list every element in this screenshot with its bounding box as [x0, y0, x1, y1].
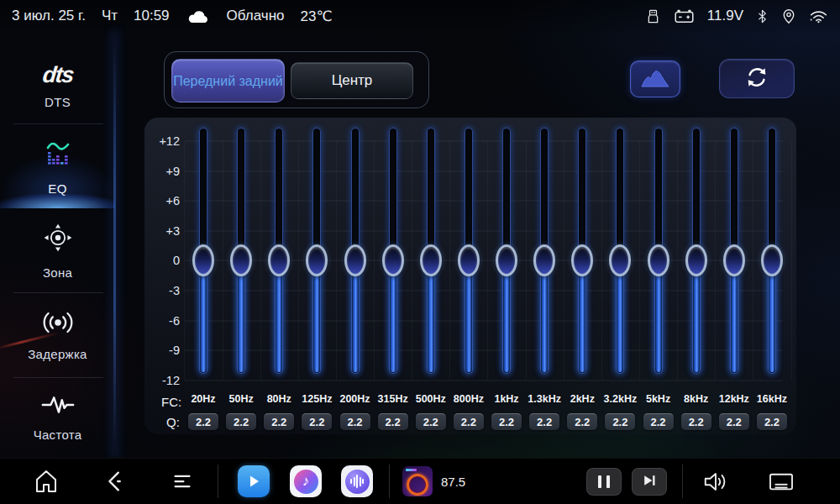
- eq-q-value[interactable]: 2.2: [188, 413, 218, 430]
- sidebar-item-zone[interactable]: Зона: [0, 208, 115, 292]
- eq-slider-thumb[interactable]: [420, 244, 442, 276]
- eq-slider-thumb[interactable]: [382, 244, 404, 276]
- back-button[interactable]: [102, 469, 128, 497]
- pause-button[interactable]: [586, 468, 622, 496]
- eq-slider-fill: [428, 260, 433, 372]
- eq-slider[interactable]: [229, 128, 253, 382]
- eq-slider-thumb[interactable]: [648, 244, 669, 276]
- tab-center[interactable]: Центр: [291, 62, 413, 99]
- display-button[interactable]: [768, 471, 795, 496]
- tab-label: Передний задний: [173, 73, 283, 89]
- eq-slider[interactable]: [381, 128, 405, 382]
- eq-slider-thumb[interactable]: [723, 244, 745, 276]
- eq-q-value[interactable]: 2.2: [605, 413, 635, 430]
- eq-q-value[interactable]: 2.2: [491, 413, 522, 430]
- eq-gridline-vertical: [601, 141, 602, 381]
- music-app-icon[interactable]: ♪: [290, 465, 322, 497]
- eq-slider[interactable]: [419, 128, 443, 382]
- eq-slider[interactable]: [570, 128, 594, 382]
- eq-slider-thumb[interactable]: [609, 244, 631, 276]
- bluetooth-icon: [756, 8, 769, 25]
- reset-icon: [744, 65, 769, 93]
- eq-q-value[interactable]: 2.2: [719, 413, 749, 430]
- eq-slider[interactable]: [344, 128, 367, 382]
- frequency-icon: [40, 393, 76, 420]
- eq-slider-fill: [617, 260, 622, 372]
- eq-slider-thumb[interactable]: [571, 244, 593, 276]
- eq-q-value[interactable]: 2.2: [529, 413, 559, 430]
- eq-slider-fill: [656, 260, 661, 372]
- eq-scale-label: -3: [144, 284, 180, 297]
- next-track-button[interactable]: [632, 468, 667, 496]
- eq-gridline-vertical: [753, 141, 753, 381]
- eq-q-value[interactable]: 2.2: [757, 413, 787, 430]
- sidebar-item-label: Частота: [34, 428, 82, 442]
- voice-waveform-icon: [345, 470, 370, 494]
- eq-slider-fill: [239, 260, 244, 372]
- eq-slider[interactable]: [457, 128, 480, 382]
- car-stereo-eq-screen: 3 июл. 25 г. Чт 10:59 Облачно 23℃ 11.9V: [0, 0, 840, 504]
- eq-slider[interactable]: [685, 128, 708, 382]
- eq-q-value[interactable]: 2.2: [567, 413, 597, 430]
- eq-q-value[interactable]: 2.2: [681, 413, 711, 430]
- eq-q-value[interactable]: 2.2: [454, 413, 484, 430]
- eq-q-value[interactable]: 2.2: [264, 413, 294, 430]
- eq-slider-thumb[interactable]: [533, 244, 555, 276]
- eq-preset-button[interactable]: [630, 60, 680, 97]
- eq-gridline-vertical: [791, 141, 792, 381]
- sidebar-item-dts[interactable]: dts DTS: [0, 47, 115, 123]
- eq-scale-label: 0: [144, 254, 180, 267]
- eq-slider[interactable]: [533, 128, 556, 382]
- sidebar-item-label: EQ: [48, 181, 66, 196]
- eq-gridline-vertical: [184, 141, 185, 381]
- eq-slider-thumb[interactable]: [192, 244, 214, 276]
- eq-slider[interactable]: [192, 128, 215, 382]
- dts-logo: dts: [41, 62, 74, 87]
- radio-app-icon[interactable]: [402, 466, 433, 496]
- eq-slider-thumb[interactable]: [761, 244, 783, 276]
- eq-q-value[interactable]: 2.2: [643, 413, 674, 430]
- eq-slider-thumb[interactable]: [458, 244, 480, 276]
- eq-slider-thumb[interactable]: [344, 244, 366, 276]
- eq-slider[interactable]: [495, 128, 518, 382]
- sidebar-item-label: DTS: [45, 95, 71, 109]
- menu-button[interactable]: [170, 469, 195, 497]
- eq-q-value[interactable]: 2.2: [226, 413, 256, 430]
- status-right-group: 11.9V: [645, 8, 828, 25]
- eq-slider[interactable]: [760, 128, 784, 382]
- eq-scale-label: +9: [144, 165, 180, 178]
- eq-gridline-vertical: [412, 141, 412, 381]
- sidebar-item-delay[interactable]: Задержка: [0, 292, 115, 377]
- eq-q-value[interactable]: 2.2: [378, 413, 408, 430]
- home-icon: [32, 467, 60, 499]
- eq-slider-fill: [314, 260, 319, 372]
- back-icon: [102, 469, 128, 497]
- voice-app-icon[interactable]: [341, 465, 373, 497]
- sidebar-item-frequency[interactable]: Частота: [0, 377, 115, 458]
- sidebar-item-eq[interactable]: EQ: [0, 123, 115, 208]
- eq-slider-fill: [391, 260, 396, 372]
- eq-scale-label: -12: [144, 374, 180, 387]
- eq-slider[interactable]: [267, 128, 291, 382]
- eq-slider-thumb[interactable]: [306, 244, 328, 276]
- eq-q-value[interactable]: 2.2: [302, 413, 332, 430]
- eq-slider-thumb[interactable]: [685, 244, 707, 276]
- eq-slider[interactable]: [305, 128, 328, 382]
- eq-slider[interactable]: [647, 128, 670, 382]
- eq-q-value[interactable]: 2.2: [340, 413, 370, 430]
- home-button[interactable]: [32, 467, 60, 499]
- next-track-icon: [641, 472, 658, 492]
- eq-slider-thumb[interactable]: [496, 244, 517, 276]
- volume-button[interactable]: [702, 470, 729, 497]
- delay-icon: [40, 309, 76, 339]
- eq-slider-fill: [580, 260, 585, 372]
- play-app-icon[interactable]: [238, 465, 270, 497]
- eq-q-value[interactable]: 2.2: [416, 413, 446, 430]
- eq-slider-thumb[interactable]: [268, 244, 290, 276]
- eq-slider-thumb[interactable]: [230, 244, 252, 276]
- eq-slider-fill: [542, 260, 547, 372]
- eq-slider[interactable]: [722, 128, 746, 382]
- eq-reset-button[interactable]: [719, 59, 795, 98]
- tab-front-rear[interactable]: Передний задний: [171, 59, 285, 102]
- eq-slider[interactable]: [608, 128, 632, 382]
